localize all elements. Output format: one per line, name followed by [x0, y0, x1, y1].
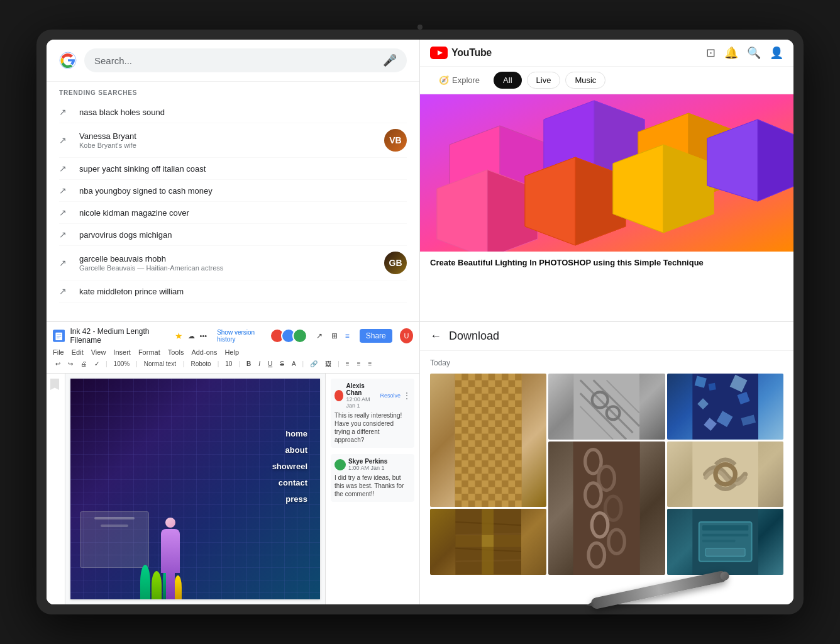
svg-rect-28: [57, 338, 59, 338]
activity-icon: ≡: [345, 331, 350, 340]
spellcheck-button[interactable]: ✓: [92, 359, 102, 369]
today-section-label: Today: [430, 358, 783, 367]
docs-comment-panel: Alexis Chan 12:00 AM Jan 1 Resolve ⋮ Thi…: [325, 374, 419, 604]
font-dropdown[interactable]: Roboto: [188, 359, 213, 369]
list-item[interactable]: ↗ nasa black holes sound: [59, 101, 407, 123]
photo-item-knot[interactable]: [667, 441, 783, 508]
redo-button[interactable]: ↪: [65, 359, 75, 369]
comment-header: Alexis Chan 12:00 AM Jan 1 Resolve ⋮: [334, 382, 411, 409]
underline-button[interactable]: U: [265, 359, 275, 369]
text-color-button[interactable]: A: [289, 359, 299, 369]
menu-addons[interactable]: Add-ons: [191, 348, 217, 356]
search-item-content: kate middleton prince william: [79, 287, 407, 296]
trending-icon: ↗: [59, 208, 70, 218]
trending-icon: ↗: [59, 258, 70, 268]
search-item-title: nicole kidman magazine cover: [79, 208, 407, 218]
trending-label: TRENDING SEARCHES: [59, 89, 407, 96]
menu-format[interactable]: Format: [138, 348, 160, 356]
star-icon[interactable]: ★: [175, 331, 183, 341]
version-history-link[interactable]: Show version history: [217, 329, 268, 343]
undo-button[interactable]: ↩: [53, 359, 63, 369]
comment-text-2: I did try a few ideas, but this was best…: [334, 474, 411, 498]
list-item[interactable]: ↗ kate middleton prince william: [59, 280, 407, 303]
svg-rect-73: [702, 534, 748, 536]
align-left[interactable]: ≡: [343, 359, 352, 369]
zoom-control[interactable]: 100%: [111, 359, 133, 369]
microphone-icon[interactable]: 🎤: [383, 53, 397, 67]
menu-tools[interactable]: Tools: [168, 348, 184, 356]
comment-item: Skye Perkins 1:00 AM Jan 1 I did try a f…: [331, 454, 414, 502]
list-item[interactable]: ↗ nba youngboy signed to cash money: [59, 180, 407, 202]
menu-help[interactable]: Help: [224, 348, 239, 356]
list-item[interactable]: ↗ super yacht sinking off italian coast: [59, 158, 407, 180]
google-search-bar: Search... 🎤: [47, 40, 419, 82]
resolve-button-1[interactable]: Resolve: [380, 392, 401, 399]
bold-button[interactable]: B: [244, 359, 253, 369]
menu-insert[interactable]: Insert: [113, 348, 131, 356]
list-item[interactable]: ↗ Vanessa Bryant Kobe Bryant's wife VB: [59, 123, 407, 158]
list-item[interactable]: ↗ garcelle beauvais rhobh Garcelle Beauv…: [59, 246, 407, 280]
trending-icon: ↗: [59, 230, 70, 240]
photo-grid: [430, 374, 783, 575]
avatar: VB: [384, 129, 407, 152]
menu-file[interactable]: File: [53, 348, 64, 356]
search-item-title: super yacht sinking off italian coast: [79, 164, 407, 174]
tab-live[interactable]: Live: [527, 72, 561, 89]
menu-view[interactable]: View: [91, 348, 106, 356]
search-placeholder: Search...: [94, 55, 377, 66]
align-center[interactable]: ≡: [355, 359, 363, 369]
list-item[interactable]: ↗ parvovirus dogs michigan: [59, 224, 407, 246]
comment-more-1[interactable]: ⋮: [403, 391, 411, 400]
list-item[interactable]: ↗ nicole kidman magazine cover: [59, 202, 407, 224]
comment-time-2: 1:00 AM Jan 1: [348, 465, 387, 471]
search-item-title: nasa black holes sound: [79, 108, 407, 117]
photo-item-rope[interactable]: [548, 374, 665, 440]
comment-item: Alexis Chan 12:00 AM Jan 1 Resolve ⋮ Thi…: [331, 379, 414, 448]
tablet-screen: Search... 🎤 TRENDING SEARCHES ↗ nasa bla…: [47, 40, 793, 604]
photo-item-teal[interactable]: [667, 509, 783, 575]
docs-page-area: home about showreel contact press: [65, 374, 325, 604]
svg-rect-75: [705, 548, 745, 557]
menu-edit[interactable]: Edit: [72, 348, 84, 356]
size-input[interactable]: 10: [223, 359, 235, 369]
search-input[interactable]: Search... 🎤: [84, 48, 407, 72]
italic-button[interactable]: I: [256, 359, 263, 369]
tab-explore[interactable]: Explore: [430, 72, 489, 88]
link-button[interactable]: 🔗: [307, 359, 320, 369]
style-dropdown[interactable]: Normal text: [141, 359, 179, 369]
svg-rect-34: [455, 374, 522, 507]
youtube-wordmark: YouTube: [451, 47, 492, 58]
search-item-content: nicole kidman magazine cover: [79, 208, 407, 218]
trending-section: TRENDING SEARCHES ↗ nasa black holes sou…: [47, 82, 419, 310]
strikethrough-button[interactable]: S: [277, 359, 287, 369]
photo-item-wood[interactable]: [430, 509, 546, 575]
search-item-subtitle: Kobe Bryant's wife: [79, 142, 375, 149]
download-header: ← Download: [420, 322, 793, 351]
account-icon[interactable]: 👤: [770, 46, 783, 60]
notifications-icon[interactable]: 🔔: [724, 46, 738, 60]
align-right[interactable]: ≡: [366, 359, 375, 369]
tab-music[interactable]: Music: [565, 72, 605, 89]
search-icon[interactable]: 🔍: [747, 46, 761, 60]
youtube-logo-area: YouTube: [430, 47, 700, 59]
cast-icon[interactable]: ⊡: [706, 46, 716, 60]
share-button[interactable]: Share: [360, 329, 392, 343]
docs-filename: Ink 42 - Medium Length Filename: [70, 327, 169, 345]
video-thumbnail[interactable]: [420, 94, 793, 252]
search-item-title: parvovirus dogs michigan: [79, 230, 407, 240]
search-item-content: nba youngboy signed to cash money: [79, 186, 407, 196]
trending-icon: ↗: [59, 286, 70, 296]
commenter-name-1: Alexis Chan: [346, 382, 377, 396]
user-avatar[interactable]: U: [400, 328, 413, 343]
tab-all[interactable]: All: [494, 72, 521, 89]
download-content: Today: [420, 351, 793, 604]
print-button[interactable]: 🖨: [78, 359, 89, 369]
photo-item-blue-scatter[interactable]: [667, 374, 783, 440]
back-button[interactable]: ←: [430, 330, 441, 343]
photo-item-chains[interactable]: [548, 441, 665, 575]
video-title: Create Beautiful Lighting In PHOTOSHOP u…: [420, 252, 793, 275]
youtube-panel: YouTube ⊡ 🔔 🔍 👤 Explore All Live Music: [420, 40, 793, 322]
docs-page[interactable]: home about showreel contact press: [70, 379, 320, 599]
photo-item-weave[interactable]: [430, 374, 546, 507]
image-button[interactable]: 🖼: [323, 359, 334, 369]
